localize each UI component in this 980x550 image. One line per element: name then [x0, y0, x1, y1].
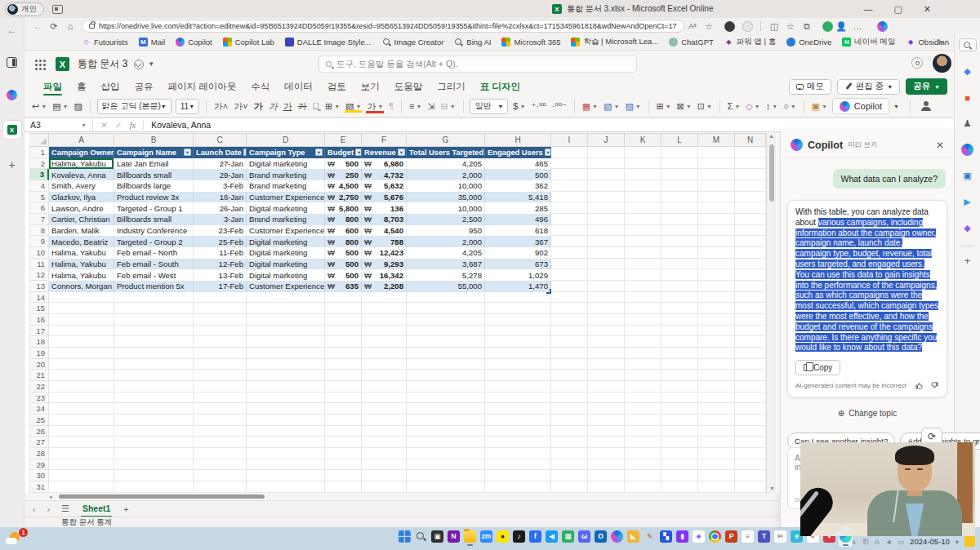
settings-gear-icon[interactable] [911, 57, 923, 69]
cell-engaged[interactable]: 500 [485, 169, 551, 180]
cell-targeted[interactable]: 5,278 [407, 269, 485, 281]
cell-targeted[interactable]: 4,205 [407, 158, 485, 170]
name-box[interactable]: A3▼ [24, 118, 93, 131]
add-sheet-icon[interactable]: + [123, 504, 128, 514]
blue-f-app[interactable]: f [528, 530, 542, 547]
collections-icon[interactable]: ⧉ [799, 21, 815, 32]
ime-latin-indicator[interactable]: A [875, 538, 880, 546]
excel-search-box[interactable]: 도구, 도움말 등을 검색(Alt + Q). [318, 55, 637, 73]
orientation-icon[interactable]: ⇲ [426, 101, 435, 112]
decrease-decimal-icon[interactable]: ·⁰⁰⁻ [551, 101, 568, 112]
column-header[interactable]: G [407, 133, 485, 147]
borders-icon[interactable]: ⊞▼ [324, 101, 341, 112]
clear-icon[interactable]: ◇▼ [745, 101, 760, 112]
row-header[interactable]: 8 [29, 225, 49, 237]
vertical-scroll-thumb[interactable] [769, 144, 774, 202]
cell-budget[interactable]: ₩500 [325, 259, 362, 270]
bookmark-item[interactable]: OneDrive [786, 38, 831, 47]
table-row[interactable]: Smith, Avery Billboards large 3-Feb Bran… [49, 180, 551, 192]
cell-type[interactable]: Brand marketing [247, 180, 325, 192]
cell-owner[interactable]: Halima, Yakubu [49, 259, 114, 270]
cell-budget[interactable]: ₩600 [325, 225, 362, 237]
cell-budget[interactable]: ₩500 [325, 158, 362, 170]
row-header[interactable]: 9 [29, 236, 49, 247]
bookmark-item[interactable]: Image Creator [382, 38, 444, 47]
double-underline-icon[interactable]: 가̳ [312, 101, 320, 111]
cell-budget[interactable]: ₩635 [325, 281, 362, 292]
cell-styles-icon[interactable]: ▨▼ [624, 101, 641, 112]
cell-type[interactable]: Customer Experience [247, 225, 325, 237]
cell-engaged[interactable]: 367 [485, 236, 551, 247]
column-header[interactable]: L [662, 133, 698, 147]
paste-button[interactable]: ▤▼ [51, 101, 69, 112]
battery-icon[interactable]: ▭ [898, 538, 904, 546]
autosum-icon[interactable]: Σ▼ [727, 101, 742, 111]
sidebar-search-icon[interactable] [959, 38, 977, 51]
ribbon-tab[interactable]: 그리기 [430, 78, 473, 95]
table-row[interactable]: Glazkov, Ilya Product review 3x 16-Jan C… [49, 192, 551, 203]
ideas-icon[interactable]: ▣▼ [811, 101, 828, 112]
cell-type[interactable]: Digital marketing [247, 158, 325, 170]
cell-engaged[interactable]: 465 [485, 158, 551, 170]
increase-font-icon[interactable]: 가˄ [213, 100, 229, 113]
font-color-icon[interactable]: 가▼ [366, 100, 384, 113]
format-as-table-icon[interactable]: ▧▼ [603, 101, 620, 112]
refresh-icon[interactable]: ⟳ [46, 21, 62, 32]
row-header[interactable]: 26 [29, 426, 49, 437]
row-header[interactable]: 19 [29, 348, 49, 359]
table-header-cell[interactable]: Campaign Type▾ [247, 147, 325, 158]
rail-excel-tab[interactable]: X [3, 121, 21, 139]
bookmark-item[interactable]: N 네이버 메일 [842, 37, 895, 47]
row-header[interactable]: 13 [29, 281, 49, 292]
cell-targeted[interactable]: 35,000 [407, 192, 485, 203]
filter-icon[interactable]: ▾ [184, 149, 191, 156]
profile-icon[interactable]: 👤 [833, 21, 849, 32]
row-header[interactable]: 7 [29, 214, 49, 225]
file-explorer[interactable] [463, 530, 477, 547]
cell-budget[interactable]: ₩250 [325, 169, 362, 180]
taskbar-date[interactable]: 2024-05-10 [910, 537, 950, 546]
cell-engaged[interactable]: 1,470 [485, 281, 551, 292]
start-button[interactable] [398, 530, 412, 547]
copilot-sidebar-icon[interactable] [961, 144, 973, 156]
outlook-app[interactable]: O [594, 530, 608, 547]
table-row[interactable]: Barden, Malik Industry Conference 23-Feb… [49, 225, 551, 237]
thumbs-up-icon[interactable] [915, 381, 924, 390]
sheet-tab[interactable]: Sheet1 [81, 501, 112, 517]
cell-date[interactable]: 13-Feb [194, 269, 247, 281]
column-header[interactable]: J [588, 133, 625, 147]
italic-icon[interactable]: 가 [268, 100, 278, 113]
account-avatar[interactable] [933, 54, 951, 73]
cell-date[interactable]: 12-Feb [194, 259, 247, 270]
format-painter-button[interactable]: ▨ [74, 101, 83, 112]
copilot-response-text[interactable]: With this table, you can analyze data ab… [795, 207, 939, 353]
powerpoint-app[interactable]: P [724, 530, 738, 547]
maximize-button[interactable]: ▢ [893, 4, 902, 15]
cell-targeted[interactable]: 950 [407, 225, 485, 237]
workspaces-icon[interactable] [52, 5, 63, 14]
column-header[interactable]: M [698, 133, 735, 147]
row-header[interactable]: 23 [29, 393, 49, 404]
row-header[interactable]: 12 [29, 269, 49, 281]
comments-button[interactable]: 메모 [789, 79, 831, 95]
yellow-app[interactable]: ◣ [626, 530, 640, 547]
bookmark-item[interactable]: DALLE Image Style... [285, 38, 372, 47]
ribbon-tab[interactable]: 페이지 레이아웃 [161, 78, 244, 95]
toolbox-icon[interactable]: ■ [961, 91, 973, 104]
search-button[interactable] [414, 530, 428, 547]
zoom-app[interactable]: zm [479, 530, 493, 547]
cell-type[interactable]: Digital marketing [247, 202, 325, 214]
bookmark-item[interactable]: 학습 | Microsoft Lea... [571, 37, 658, 47]
sheet-next-icon[interactable]: › [47, 504, 51, 514]
share-button[interactable]: 공유▼ [906, 78, 947, 95]
filter-icon[interactable]: ▾ [545, 149, 551, 156]
column-header[interactable]: B [114, 133, 194, 147]
row-header[interactable]: 17 [29, 326, 49, 337]
row-header[interactable]: 16 [29, 314, 49, 326]
ribbon-tab[interactable]: 데이터 [277, 78, 320, 95]
cell-engaged[interactable]: 285 [485, 202, 551, 214]
cell-date[interactable]: 23-Feb [194, 225, 247, 237]
filter-icon[interactable]: ▾ [315, 149, 323, 156]
vscode-app[interactable]: ◀ [545, 530, 559, 547]
ribbon-tab[interactable]: 검토 [320, 78, 354, 95]
